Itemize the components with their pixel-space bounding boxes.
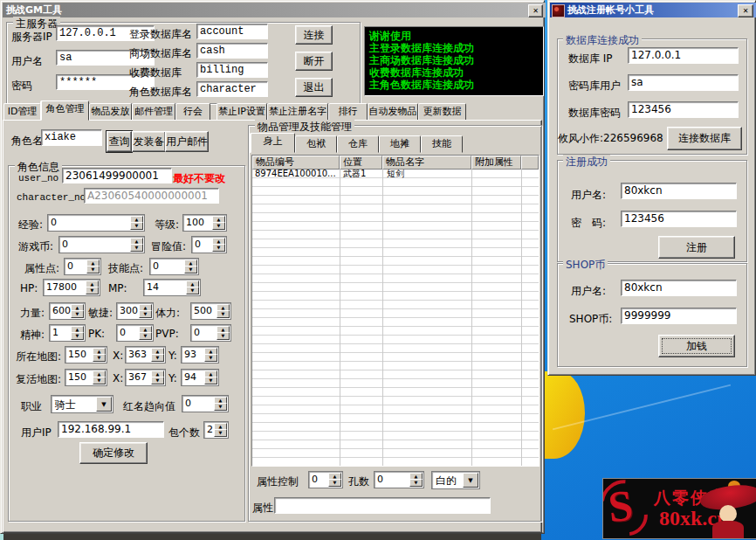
pvp-spinner[interactable]: 0: [190, 324, 231, 342]
tab-block-names[interactable]: 禁止注册名字: [267, 103, 328, 121]
spin-down-icon[interactable]: [212, 222, 225, 230]
items-table-body[interactable]: 8974EEA100010... 武器1 短剑: [252, 170, 539, 466]
holes-spinner[interactable]: 0: [374, 471, 424, 488]
mp-spinner[interactable]: 14: [143, 279, 201, 296]
gm-window-titlebar[interactable]: 挑战GM工具: [3, 3, 546, 17]
pk-spinner[interactable]: 0: [116, 324, 154, 342]
billing-db-input[interactable]: billing: [196, 62, 268, 78]
spin-down-icon[interactable]: [214, 429, 227, 437]
spin-down-icon[interactable]: [139, 332, 152, 340]
risk-spinner[interactable]: 0: [191, 236, 227, 253]
spin-down-icon[interactable]: [328, 479, 341, 487]
connect-db-button[interactable]: 连接数据库: [667, 127, 742, 150]
exit-button[interactable]: 退出: [295, 78, 333, 97]
map-y-spinner[interactable]: 93: [181, 346, 219, 363]
level-spinner[interactable]: 100: [182, 214, 227, 232]
quality-dropdown[interactable]: 白的: [431, 471, 480, 489]
db-ip-input[interactable]: 127.0.0.1: [628, 47, 739, 64]
spin-down-icon[interactable]: [216, 332, 230, 340]
spin-down-icon[interactable]: [151, 354, 164, 362]
col-header-item-id[interactable]: 物品编号: [252, 156, 340, 170]
table-row-cell[interactable]: 8974EEA100010...: [255, 170, 336, 178]
spin-down-icon[interactable]: [86, 266, 100, 273]
query-button[interactable]: 查询: [107, 131, 132, 152]
spirit-spinner[interactable]: 1: [49, 324, 86, 342]
stamina-spinner[interactable]: 500: [190, 302, 231, 320]
spin-down-icon[interactable]: [184, 266, 197, 273]
red-name-spinner[interactable]: 0: [182, 395, 229, 412]
bag-count-spinner[interactable]: 2: [203, 421, 229, 439]
connect-button[interactable]: 连接: [295, 25, 333, 45]
user-mail-button[interactable]: 用户邮件: [165, 131, 209, 152]
register-window-titlebar[interactable]: 挑战注册帐号小工具: [550, 3, 756, 17]
agility-spinner[interactable]: 300: [116, 302, 154, 320]
spin-down-icon[interactable]: [214, 403, 227, 411]
login-db-input[interactable]: account: [196, 24, 268, 39]
map-x-spinner[interactable]: 363: [125, 346, 166, 363]
give-equip-button[interactable]: 发装备: [132, 131, 166, 152]
revive-x-spinner[interactable]: 367: [125, 369, 166, 386]
spin-down-icon[interactable]: [204, 354, 217, 362]
tab-mail-manage[interactable]: 邮件管理: [132, 103, 175, 121]
job-dropdown[interactable]: 骑士: [51, 395, 113, 413]
mall-db-input[interactable]: cash: [196, 43, 268, 59]
close-icon[interactable]: [738, 4, 753, 17]
revive-y-spinner[interactable]: 94: [181, 369, 219, 386]
register-button[interactable]: 注册: [658, 236, 735, 259]
revive-map-spinner[interactable]: 150: [65, 369, 107, 386]
db-pass-input[interactable]: 123456: [628, 101, 739, 118]
dropdown-arrow-icon[interactable]: [463, 473, 478, 488]
col-header-item-name[interactable]: 物品名字: [382, 156, 471, 170]
dropdown-arrow-icon[interactable]: [96, 397, 112, 412]
table-row-cell[interactable]: 武器1: [343, 170, 366, 178]
spin-down-icon[interactable]: [204, 377, 217, 384]
spin-down-icon[interactable]: [71, 310, 84, 318]
spin-down-icon[interactable]: [186, 287, 199, 294]
attr-points-spinner[interactable]: 0: [64, 258, 101, 275]
col-header-position[interactable]: 位置: [340, 156, 382, 170]
spin-down-icon[interactable]: [130, 222, 143, 230]
tab-char-manage[interactable]: 角色管理: [41, 100, 89, 121]
tab-stall[interactable]: 地摊: [379, 135, 421, 153]
site-banner[interactable]: S 八零侠客 80xk.cn: [602, 478, 756, 539]
tab-auto-items[interactable]: 自动发物品: [368, 103, 418, 121]
confirm-modify-button[interactable]: 确定修改: [79, 442, 148, 464]
tab-skills[interactable]: 技能: [421, 135, 463, 153]
spin-down-icon[interactable]: [139, 310, 152, 318]
spin-down-icon[interactable]: [409, 479, 423, 487]
spin-down-icon[interactable]: [216, 310, 230, 318]
items-table[interactable]: 物品编号 位置 物品名字 附加属性 8974EEA100010... 武器1 短…: [251, 155, 540, 467]
current-map-spinner[interactable]: 150: [65, 346, 107, 363]
exp-spinner[interactable]: 0: [47, 214, 145, 232]
skill-points-spinner[interactable]: 0: [149, 258, 199, 275]
reg-user-input[interactable]: 80xkcn: [621, 183, 737, 199]
hp-spinner[interactable]: 17800: [43, 279, 100, 296]
shop-coin-input[interactable]: 9999999: [621, 308, 737, 324]
close-icon[interactable]: [528, 4, 543, 17]
tab-item-grant[interactable]: 物品发放: [89, 103, 132, 121]
db-user-input[interactable]: sa: [628, 74, 739, 91]
table-row-cell[interactable]: 短剑: [387, 170, 404, 178]
tab-body[interactable]: 身上: [251, 133, 295, 153]
tab-guild[interactable]: 行会: [175, 103, 210, 121]
spin-down-icon[interactable]: [71, 332, 84, 340]
tab-warehouse[interactable]: 仓库: [337, 135, 379, 153]
tab-bag[interactable]: 包袱: [295, 135, 337, 153]
tab-id-manage[interactable]: ID管理: [3, 103, 41, 121]
char-db-input[interactable]: character: [196, 81, 268, 97]
strength-spinner[interactable]: 600: [49, 302, 86, 320]
char-name-input[interactable]: xiake: [41, 129, 102, 146]
spin-down-icon[interactable]: [212, 244, 225, 252]
spin-down-icon[interactable]: [93, 377, 106, 384]
tab-block-ip[interactable]: 禁止IP设置: [216, 103, 267, 121]
spin-down-icon[interactable]: [86, 287, 99, 294]
spin-down-icon[interactable]: [151, 377, 164, 384]
spin-down-icon[interactable]: [130, 244, 143, 252]
tab-update-data[interactable]: 更新数据: [418, 103, 466, 121]
attr-input[interactable]: [274, 497, 491, 514]
disconnect-button[interactable]: 断开: [295, 52, 333, 71]
reg-pass-input[interactable]: 123456: [621, 211, 737, 227]
shop-user-input[interactable]: 80xkcn: [621, 280, 737, 296]
money-spinner[interactable]: 0: [58, 236, 145, 253]
tab-ranking[interactable]: 排行: [328, 103, 368, 121]
